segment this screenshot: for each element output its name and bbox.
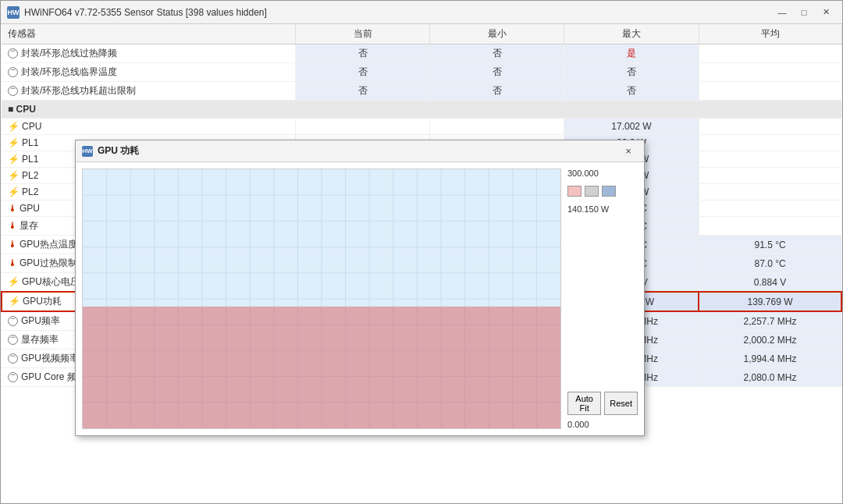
chart-title-bar: HW GPU 功耗 × [76,140,644,162]
sensor-label-cell: −封装/环形总线临界温度 [2,63,296,82]
sensor-label-cell: −封装/环形总线过热降频 [2,44,296,63]
chart-current-label: 140.150 W [567,204,638,214]
sensor-avg-cell: 91.5 °C [699,236,841,254]
chart-icon: HW [82,146,93,157]
color-box-1 [567,186,582,197]
sensor-current-cell: 否 [296,82,430,101]
sensor-avg-cell: 2,080.0 MHz [699,368,841,387]
window-title: HWiNFO64 v7.72-5355 Sensor Status [398 v… [24,7,772,18]
main-window: HW HWiNFO64 v7.72-5355 Sensor Status [39… [0,0,843,504]
sensor-avg-cell: 1,994.4 MHz [699,350,841,368]
minimize-button[interactable]: — [772,5,792,20]
maximize-button[interactable]: □ [794,5,814,20]
reset-button[interactable]: Reset [604,392,638,415]
sensor-table-container: 传感器 当前 最小 最大 平均 −封装/环形总线过热降频否否是−封装/环形总线临… [1,24,842,503]
chart-title: GPU 功耗 [98,144,619,158]
sensor-label-cell: −封装/环形总线功耗超出限制 [2,82,296,101]
sensor-current-cell [296,119,430,135]
sensor-avg-cell: 0.884 V [699,273,841,293]
window-controls: — □ ✕ [772,5,836,20]
gpu-power-chart-popup: HW GPU 功耗 × [75,140,645,436]
color-box-2 [585,186,599,197]
col-sensor: 传感器 [2,24,296,44]
chart-close-button[interactable]: × [619,144,638,158]
table-row[interactable]: −封装/环形总线功耗超出限制否否否 [2,82,841,101]
color-box-3 [602,186,616,197]
table-row[interactable]: −封装/环形总线过热降频否否是 [2,44,841,63]
auto-fit-button[interactable]: Auto Fit [567,392,601,415]
chart-canvas [82,169,561,429]
chart-buttons: Auto Fit Reset [567,392,638,415]
close-button[interactable]: ✕ [816,5,836,20]
sensor-max-cell: 17.002 W [564,119,699,135]
col-max: 最大 [564,24,699,44]
col-min: 最小 [430,24,564,44]
sensor-avg-cell [699,119,841,135]
sensor-current-cell: 否 [296,63,430,82]
sensor-current-cell: 否 [296,44,430,63]
chart-sidebar: 300.000 140.150 W Auto Fit Reset 0.000 [567,169,638,429]
sensor-min-cell: 否 [430,63,564,82]
col-avg: 平均 [699,24,841,44]
sensor-min-cell: 否 [430,82,564,101]
sensor-avg-cell: 139.769 W [699,292,841,311]
table-row[interactable]: ⚡CPU17.002 W [2,119,841,135]
chart-body: 300.000 140.150 W Auto Fit Reset 0.000 [76,162,644,435]
chart-color-legend [567,186,638,197]
sensor-avg-cell: 2,000.2 MHz [699,331,841,350]
sensor-max-cell: 是 [564,44,699,63]
col-current: 当前 [296,24,430,44]
app-icon: HW [7,6,20,19]
sensor-label-cell: ⚡CPU [2,119,296,135]
sensor-avg-cell [699,151,841,168]
sensor-min-cell: 否 [430,44,564,63]
sensor-min-cell [430,119,564,135]
sensor-avg-cell [699,135,841,151]
sensor-avg-cell [699,168,841,184]
chart-min-label: 0.000 [567,420,638,429]
sensor-avg-cell [699,44,841,63]
sensor-avg-cell [699,217,841,236]
sensor-max-cell: 否 [564,82,699,101]
chart-svg [83,169,560,428]
sensor-max-cell: 否 [564,63,699,82]
svg-rect-29 [83,307,560,428]
sensor-avg-cell [699,82,841,101]
sensor-avg-cell [699,63,841,82]
table-row[interactable]: ■ CPU [2,101,841,119]
chart-max-label: 300.000 [567,169,638,178]
section-header-cell: ■ CPU [2,101,841,119]
table-row[interactable]: −封装/环形总线临界温度否否否 [2,63,841,82]
title-bar: HW HWiNFO64 v7.72-5355 Sensor Status [39… [1,1,842,24]
sensor-avg-cell [699,184,841,201]
table-header-row: 传感器 当前 最小 最大 平均 [2,24,841,44]
sensor-avg-cell: 2,257.7 MHz [699,311,841,331]
sensor-avg-cell [699,201,841,217]
sensor-avg-cell: 87.0 °C [699,254,841,273]
